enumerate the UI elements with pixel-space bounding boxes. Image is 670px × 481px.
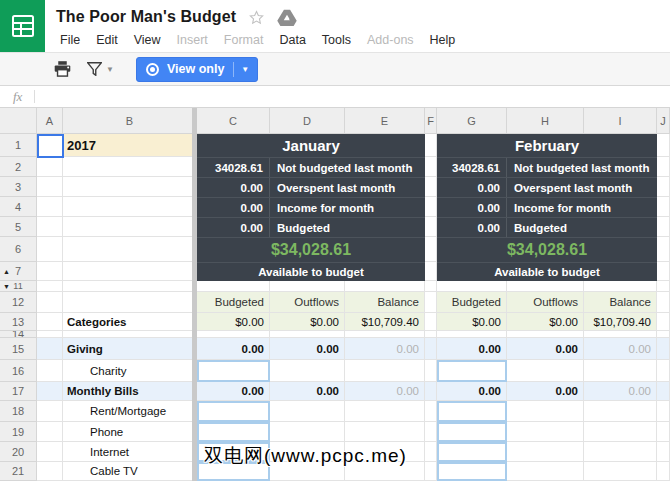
cell-A2[interactable] xyxy=(37,157,63,177)
cell-A4[interactable] xyxy=(37,197,63,217)
cell-J16[interactable] xyxy=(657,360,670,382)
cell-F18[interactable] xyxy=(425,401,437,422)
cell-D11[interactable] xyxy=(270,281,345,292)
cell-A12[interactable] xyxy=(37,292,63,313)
cell-F1[interactable] xyxy=(425,134,437,157)
menu-file[interactable]: File xyxy=(52,31,88,49)
cell-A3[interactable] xyxy=(37,177,63,197)
cell-B16[interactable]: Charity xyxy=(63,360,197,382)
col-header-C[interactable]: C xyxy=(197,108,270,134)
cell-B15[interactable]: Giving xyxy=(63,338,197,360)
cell-B21[interactable]: Cable TV xyxy=(63,462,197,481)
cell-D16[interactable] xyxy=(270,360,345,382)
menu-tools[interactable]: Tools xyxy=(314,31,359,49)
cell-A13[interactable] xyxy=(37,313,63,331)
cell-A7[interactable] xyxy=(37,262,63,281)
col-header-A[interactable]: A xyxy=(37,108,63,134)
cell-A21[interactable] xyxy=(37,462,63,481)
cell-J18[interactable] xyxy=(657,401,670,422)
row-header-17[interactable]: 17 xyxy=(0,382,37,401)
row-header-1[interactable]: 1 xyxy=(0,134,37,157)
cell-H18[interactable] xyxy=(507,401,584,422)
cell-E14[interactable] xyxy=(345,331,425,338)
cell-J13[interactable] xyxy=(657,313,670,331)
cell-D12[interactable]: Outflows xyxy=(270,292,345,313)
cell-E15[interactable]: 0.00 xyxy=(345,338,425,360)
col-header-G[interactable]: G xyxy=(437,108,507,134)
cell-D15[interactable]: 0.00 xyxy=(270,338,345,360)
cell-J20[interactable] xyxy=(657,442,670,462)
cell-E12[interactable]: Balance xyxy=(345,292,425,313)
cell-H21[interactable] xyxy=(507,462,584,481)
cell-F6[interactable] xyxy=(425,237,437,262)
cell-I14[interactable] xyxy=(584,331,657,338)
cell-H15[interactable]: 0.00 xyxy=(507,338,584,360)
cell-A16[interactable] xyxy=(37,360,63,382)
cell-H11[interactable] xyxy=(507,281,584,292)
cell-A15[interactable] xyxy=(37,338,63,360)
menu-data[interactable]: Data xyxy=(271,31,313,49)
cell-J6[interactable] xyxy=(657,237,670,262)
row-header-12[interactable]: 12 xyxy=(0,292,37,313)
cell-B19[interactable]: Phone xyxy=(63,422,197,442)
collapse-up-icon[interactable]: ▲ xyxy=(3,268,10,275)
cell-F7[interactable] xyxy=(425,262,437,281)
cell-F12[interactable] xyxy=(425,292,437,313)
cell-G11[interactable] xyxy=(437,281,507,292)
cell-F15[interactable] xyxy=(425,338,437,360)
cell-B17[interactable]: Monthly Bills xyxy=(63,382,197,401)
cell-H20[interactable] xyxy=(507,442,584,462)
col-header-B[interactable]: B xyxy=(63,108,197,134)
menu-view[interactable]: View xyxy=(126,31,169,49)
collapse-down-icon[interactable]: ▼ xyxy=(3,283,10,290)
cell-J2[interactable] xyxy=(657,157,670,177)
cell-G14[interactable] xyxy=(437,331,507,338)
row-header-20[interactable]: 20 xyxy=(0,442,37,462)
cell-C18[interactable] xyxy=(197,401,270,422)
cell-F2[interactable] xyxy=(425,157,437,177)
cell-J21[interactable] xyxy=(657,462,670,481)
cell-B2[interactable] xyxy=(63,157,197,177)
row-header-16[interactable]: 16 xyxy=(0,360,37,382)
view-only-button[interactable]: View only ▼ xyxy=(136,57,258,82)
print-icon[interactable] xyxy=(54,61,71,77)
cell-D18[interactable] xyxy=(270,401,345,422)
cell-F19[interactable] xyxy=(425,422,437,442)
cell-I18[interactable] xyxy=(584,401,657,422)
cell-E19[interactable] xyxy=(345,422,425,442)
cell-C16[interactable] xyxy=(197,360,270,382)
cell-B3[interactable] xyxy=(63,177,197,197)
cell-A19[interactable] xyxy=(37,422,63,442)
cell-A14[interactable] xyxy=(37,331,63,338)
cell-B13[interactable]: Categories xyxy=(63,313,197,331)
row-header-19[interactable]: 19 xyxy=(0,422,37,442)
cell-J4[interactable] xyxy=(657,197,670,217)
cell-B4[interactable] xyxy=(63,197,197,217)
cell-A20[interactable] xyxy=(37,442,63,462)
col-header-F[interactable]: F xyxy=(425,108,437,134)
document-title[interactable]: The Poor Man's Budget xyxy=(56,8,236,26)
select-all-corner[interactable] xyxy=(0,108,37,134)
cell-C14[interactable] xyxy=(197,331,270,338)
cell-E16[interactable] xyxy=(345,360,425,382)
cell-D19[interactable] xyxy=(270,422,345,442)
cell-C15[interactable]: 0.00 xyxy=(197,338,270,360)
cell-B5[interactable] xyxy=(63,217,197,237)
cell-J15[interactable] xyxy=(657,338,670,360)
cell-I15[interactable]: 0.00 xyxy=(584,338,657,360)
row-header-13[interactable]: 13 xyxy=(0,313,37,331)
cell-G20[interactable] xyxy=(437,442,507,462)
cell-I12[interactable]: Balance xyxy=(584,292,657,313)
cell-B12[interactable] xyxy=(63,292,197,313)
cell-G19[interactable] xyxy=(437,422,507,442)
menu-edit[interactable]: Edit xyxy=(88,31,126,49)
col-header-J[interactable]: J xyxy=(657,108,670,134)
row-header-21[interactable]: 21 xyxy=(0,462,37,481)
cell-A17[interactable] xyxy=(37,382,63,401)
add-to-drive-icon[interactable] xyxy=(277,9,297,26)
cell-J7[interactable] xyxy=(657,262,670,281)
cell-G13[interactable]: $0.00 xyxy=(437,313,507,331)
cell-B14[interactable] xyxy=(63,331,197,338)
cell-J12[interactable] xyxy=(657,292,670,313)
filter-caret-icon[interactable]: ▼ xyxy=(106,65,114,74)
